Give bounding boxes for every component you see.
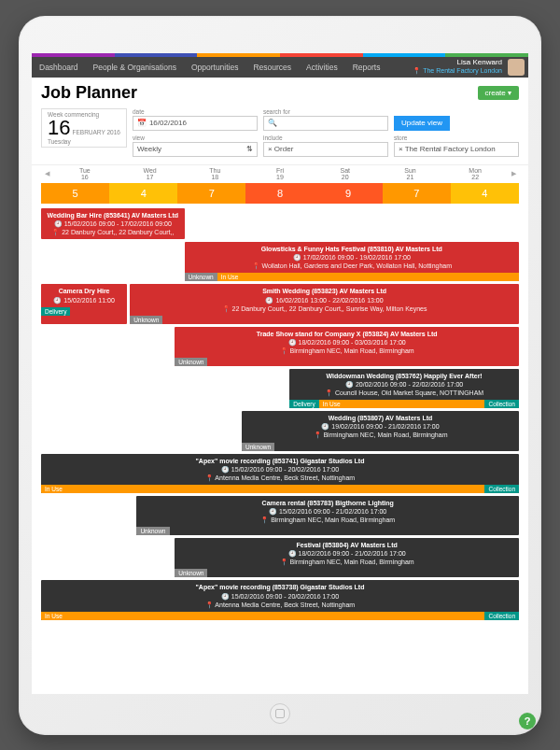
day-count[interactable]: 9 [315,183,383,204]
nav-activities[interactable]: Activities [299,57,345,78]
search-icon: 🔍 [268,119,277,127]
phase-unknown: Unknown [242,443,274,451]
nav-opportunities[interactable]: Opportunities [184,57,246,78]
job-card[interactable]: Festival (853804) AV Masters Ltd🕘 18/02/… [175,538,519,577]
phase-collection: Collection [484,485,519,493]
day-header: Wed17 [118,167,183,181]
phase-unknown: Unknown [175,358,207,366]
phase-inuse: In Use [217,273,519,281]
day-count[interactable]: 7 [177,183,245,204]
job-card[interactable]: Smith Wedding (853823) AV Masters Ltd🕘 1… [130,284,519,323]
job-card[interactable]: Glowsticks & Funny Hats Festival (853810… [185,242,519,281]
user-name: Lisa Kenward [413,59,502,67]
nav-dashboard[interactable]: Dashboard [32,57,86,78]
phase-unknown: Unknown [175,569,207,577]
phase-collection: Collection [484,400,519,408]
job-card[interactable]: Wedding (853807) AV Masters Ltd🕘 19/02/2… [242,411,519,450]
day-header: Fri19 [247,167,313,181]
phase-inuse: In Use [41,612,484,620]
filter-bar: Week commencing 16FEBRUARY 2016 Tuesday … [32,105,528,165]
page-title: Job Planner [41,83,478,103]
update-view-button[interactable]: Update view [394,116,450,131]
phase-inuse: In Use [41,485,484,493]
jobs-timeline: Wedding Bar Hire (853641) AV Masters Ltd… [32,204,528,630]
tablet-frame: DashboardPeople & OrganisationsOpportuni… [19,16,541,735]
day-header: Mon22 [442,167,508,181]
phase-delivery: Delivery [41,307,70,316]
calendar-header: ◀ Tue16Wed17Thu18Fri19Sat20Sun21Mon22 ▶ [32,165,528,183]
day-count[interactable]: 8 [245,183,314,204]
user-location: 📍 The Rental Factory London [413,67,502,75]
phase-collection: Collection [484,612,519,620]
screen: DashboardPeople & OrganisationsOpportuni… [32,53,528,694]
phase-unknown: Unknown [185,273,217,281]
prev-week[interactable]: ◀ [41,167,52,181]
job-card[interactable]: Camera rental (853783) Bigthorne Lightin… [136,496,519,535]
next-week[interactable]: ▶ [508,167,519,181]
job-card[interactable]: Widdowman Wedding (853762) Happily Ever … [289,369,519,408]
job-card[interactable]: "Apex" movie recording (853741) Gigastar… [41,454,519,493]
week-commencing: Week commencing 16FEBRUARY 2016 Tuesday [41,108,127,148]
phase-unknown: Unknown [130,316,162,324]
day-header: Tue16 [52,167,118,181]
day-counts: 5478974 [32,183,528,204]
day-header: Thu18 [182,167,247,181]
user-block[interactable]: Lisa Kenward 📍 The Rental Factory London [413,59,506,74]
job-card[interactable]: Wedding Bar Hire (853641) AV Masters Ltd… [41,208,185,239]
phase-delivery: Delivery [289,400,318,408]
phase-inuse: In Use [319,400,485,408]
main-nav: DashboardPeople & OrganisationsOpportuni… [32,57,528,78]
day-count[interactable]: 5 [41,183,109,204]
store-select[interactable]: × The Rental Factory London [394,142,519,157]
day-count[interactable]: 7 [383,183,451,204]
day-header: Sat20 [313,167,378,181]
create-button[interactable]: create ▾ [478,86,519,100]
include-select[interactable]: × Order [263,142,388,157]
job-card[interactable]: Trade Show stand for Company X (853824) … [175,327,519,366]
day-count[interactable]: 4 [451,183,519,204]
nav-people-organisations[interactable]: People & Organisations [86,57,184,78]
nav-resources[interactable]: Resources [245,57,299,78]
avatar[interactable] [508,59,525,76]
view-select[interactable]: Weekly⇅ [133,142,258,157]
search-input[interactable]: 🔍 [263,116,388,131]
date-input[interactable]: 📅16/02/2016 [133,116,258,131]
nav-reports[interactable]: Reports [345,57,388,78]
job-card[interactable]: Camera Dry Hire🕘 15/02/2016 11:00Deliver… [41,284,127,323]
day-header: Sun21 [378,167,443,181]
phase-unknown: Unknown [136,527,169,535]
calendar-icon: 📅 [137,119,147,127]
job-card[interactable]: "Apex" movie recording (853738) Gigastar… [41,580,519,619]
tablet-home-button[interactable] [270,703,290,724]
day-count[interactable]: 4 [109,183,177,204]
